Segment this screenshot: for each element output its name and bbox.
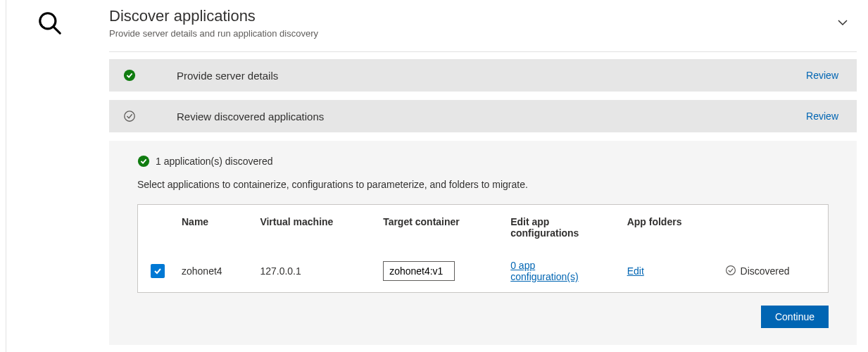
status-text: Discovered <box>741 265 790 277</box>
section-step2: Review discovered applications Review <box>109 100 857 132</box>
page-title: Discover applications <box>109 7 857 25</box>
check-circle-outline-icon <box>123 110 136 122</box>
col-header-name: Name <box>173 205 251 250</box>
section-step1: Provide server details Review <box>109 59 857 92</box>
section-step1-title: Provide server details <box>177 70 806 82</box>
target-container-input[interactable] <box>383 261 455 281</box>
applications-table: Name Virtual machine Target container Ed… <box>137 204 829 293</box>
svg-line-1 <box>54 27 61 34</box>
svg-point-4 <box>138 156 149 167</box>
check-circle-outline-icon <box>725 265 736 278</box>
app-config-link[interactable]: 0 app configuration(s) <box>510 260 610 282</box>
check-circle-icon <box>123 69 136 82</box>
section-body: 1 application(s) discovered Select appli… <box>109 141 857 345</box>
check-circle-icon <box>137 155 150 168</box>
col-header-vm: Virtual machine <box>251 205 375 250</box>
table-row: zohonet4 127.0.0.1 0 app configuration(s… <box>138 250 828 292</box>
col-header-editapp: Edit app configurations <box>502 205 618 250</box>
chevron-down-icon[interactable] <box>836 15 850 32</box>
cell-name: zohonet4 <box>173 250 251 292</box>
instruction-text: Select applications to containerize, con… <box>137 179 829 190</box>
page-subtitle: Provide server details and run applicati… <box>109 28 857 39</box>
col-header-folders: App folders <box>619 205 717 250</box>
section-step2-title: Review discovered applications <box>177 111 806 122</box>
search-icon <box>37 10 63 39</box>
svg-point-2 <box>124 70 135 81</box>
cell-vm: 127.0.0.1 <box>251 250 375 292</box>
svg-point-5 <box>726 265 735 275</box>
folders-edit-link[interactable]: Edit <box>627 265 644 277</box>
review-link-step1[interactable]: Review <box>806 70 838 81</box>
svg-point-3 <box>125 111 134 121</box>
col-header-target: Target container <box>375 205 502 250</box>
discovered-summary: 1 application(s) discovered <box>156 156 273 167</box>
continue-button[interactable]: Continue <box>761 306 829 328</box>
row-checkbox[interactable] <box>151 264 165 278</box>
review-link-step2[interactable]: Review <box>806 111 838 122</box>
